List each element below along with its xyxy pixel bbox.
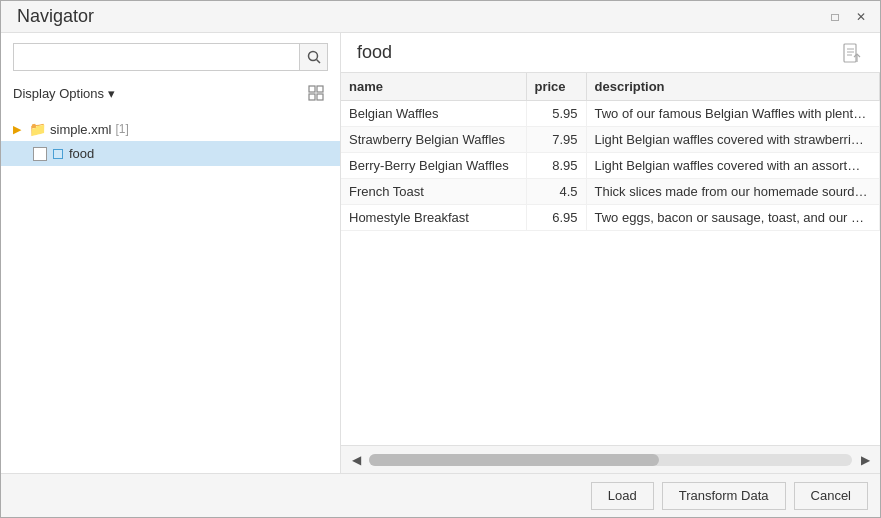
table-inner-icon <box>53 149 63 159</box>
cell-name: French Toast <box>341 179 526 205</box>
tree-arrow-icon: ▶ <box>13 123 25 136</box>
svg-rect-4 <box>309 94 315 100</box>
right-action-icon <box>308 85 324 101</box>
right-panel: food name <box>341 33 880 473</box>
cell-name: Belgian Waffles <box>341 101 526 127</box>
col-header-name: name <box>341 73 526 101</box>
cell-price: 7.95 <box>526 127 586 153</box>
scroll-thumb <box>369 454 659 466</box>
cell-name: Strawberry Belgian Waffles <box>341 127 526 153</box>
cell-description: Light Belgian waffles covered with an as… <box>586 153 880 179</box>
table-outer-icon <box>33 147 47 161</box>
search-area <box>1 33 340 77</box>
cell-price: 8.95 <box>526 153 586 179</box>
tree-child-node[interactable]: food <box>1 141 340 166</box>
col-header-price: price <box>526 73 586 101</box>
table-row: Berry-Berry Belgian Waffles8.95Light Bel… <box>341 153 880 179</box>
cell-description: Light Belgian waffles covered with straw… <box>586 127 880 153</box>
table-container: name price description Belgian Waffles5.… <box>341 73 880 445</box>
cell-price: 4.5 <box>526 179 586 205</box>
svg-rect-5 <box>317 94 323 100</box>
search-button[interactable] <box>300 43 328 71</box>
table-row: Strawberry Belgian Waffles7.95Light Belg… <box>341 127 880 153</box>
window-title: Navigator <box>17 6 94 27</box>
col-header-description: description <box>586 73 880 101</box>
tree-area: ▶ 📁 simple.xml [1] food <box>1 113 340 473</box>
title-controls: □ ✕ <box>824 6 872 28</box>
cell-description: Two eggs, bacon or sausage, toast, and o… <box>586 205 880 231</box>
tree-root-node[interactable]: ▶ 📁 simple.xml [1] <box>1 117 340 141</box>
tree-root-label: simple.xml <box>50 122 111 137</box>
table-row: French Toast4.5Thick slices made from ou… <box>341 179 880 205</box>
display-options-label: Display Options <box>13 86 104 101</box>
tree-child-label: food <box>69 146 94 161</box>
minimize-button[interactable]: □ <box>824 6 846 28</box>
close-button[interactable]: ✕ <box>850 6 872 28</box>
folder-icon: 📁 <box>29 121 46 137</box>
cell-name: Homestyle Breakfast <box>341 205 526 231</box>
scroll-track[interactable] <box>369 454 852 466</box>
right-panel-title: food <box>357 42 392 63</box>
svg-rect-3 <box>317 86 323 92</box>
display-options-arrow: ▾ <box>108 86 115 101</box>
svg-rect-6 <box>844 44 856 62</box>
left-panel: Display Options ▾ ▶ 📁 simp <box>1 33 341 473</box>
table-row: Belgian Waffles5.95Two of our famous Bel… <box>341 101 880 127</box>
cell-price: 5.95 <box>526 101 586 127</box>
cancel-button[interactable]: Cancel <box>794 482 868 510</box>
svg-point-0 <box>308 52 317 61</box>
content-area: Display Options ▾ ▶ 📁 simp <box>1 33 880 473</box>
table-body: Belgian Waffles5.95Two of our famous Bel… <box>341 101 880 231</box>
right-action-button[interactable] <box>304 81 328 105</box>
data-table: name price description Belgian Waffles5.… <box>341 73 880 231</box>
cell-description: Thick slices made from our homemade sour… <box>586 179 880 205</box>
export-icon-area[interactable] <box>840 41 864 65</box>
svg-rect-2 <box>309 86 315 92</box>
display-options-row: Display Options ▾ <box>1 77 340 113</box>
svg-line-1 <box>316 60 320 64</box>
table-row: Homestyle Breakfast6.95Two eggs, bacon o… <box>341 205 880 231</box>
tree-root-count: [1] <box>115 122 128 136</box>
cell-price: 6.95 <box>526 205 586 231</box>
display-options-button[interactable]: Display Options ▾ <box>13 86 115 101</box>
title-bar-left: Navigator <box>9 6 94 27</box>
bottom-bar: Load Transform Data Cancel <box>1 473 880 517</box>
search-input[interactable] <box>13 43 300 71</box>
right-header: food <box>341 33 880 73</box>
navigator-window: Navigator □ ✕ Display Options <box>0 0 881 518</box>
title-bar: Navigator □ ✕ <box>1 1 880 33</box>
transform-data-button[interactable]: Transform Data <box>662 482 786 510</box>
cell-description: Two of our famous Belgian Waffles with p… <box>586 101 880 127</box>
table-header-row: name price description <box>341 73 880 101</box>
export-icon <box>843 43 861 63</box>
cell-name: Berry-Berry Belgian Waffles <box>341 153 526 179</box>
scrollbar-area: ◀ ▶ <box>341 445 880 473</box>
load-button[interactable]: Load <box>591 482 654 510</box>
scroll-right-button[interactable]: ▶ <box>854 449 876 471</box>
search-icon <box>307 50 321 64</box>
scroll-left-button[interactable]: ◀ <box>345 449 367 471</box>
